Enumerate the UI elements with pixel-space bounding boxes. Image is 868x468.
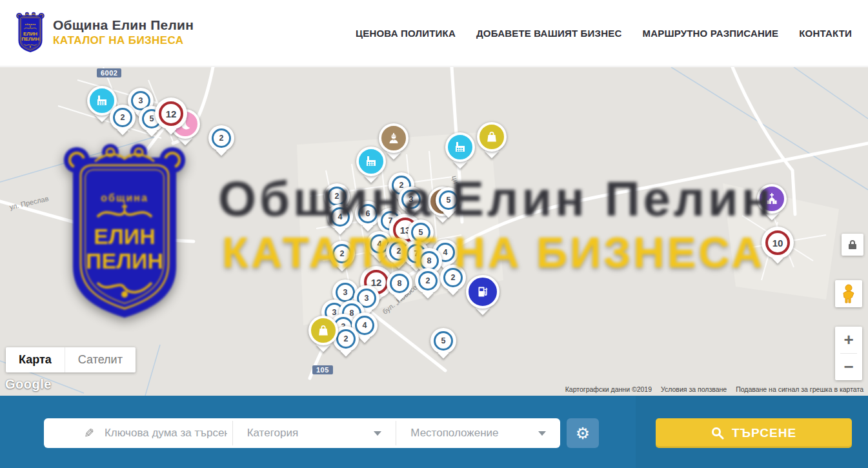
main-nav: ЦЕНОВА ПОЛИТИКА ДОБАВЕТЕ ВАШИЯТ БИЗНЕС М… (356, 0, 852, 66)
pencil-icon: ✎ (84, 426, 94, 441)
search-bar: ✎ Категория Местоположение ⚙ (0, 396, 636, 468)
cluster-count: 4 (330, 207, 350, 227)
brand-text: Община Елин Пелин КАТАЛОГ НА БИЗНЕСА (53, 17, 194, 47)
page: община ЕЛИН ПЕЛИН Община Елин Пелин КАТА… (0, 0, 868, 468)
nav-contacts[interactable]: КОНТАКТИ (799, 28, 852, 39)
search-input[interactable] (105, 427, 227, 440)
cluster-count: 10 (765, 230, 790, 255)
cluster-count: 2 (418, 271, 438, 290)
search-icon (711, 427, 724, 440)
cluster-count: 8 (390, 274, 409, 293)
category-label: Категория (247, 427, 298, 440)
header: община ЕЛИН ПЕЛИН Община Елин Пелин КАТА… (0, 0, 868, 66)
cluster-count: 5 (434, 331, 453, 351)
cluster-count: 6 (358, 204, 378, 223)
factory-icon (94, 93, 110, 108)
zoom-control: + − (835, 327, 862, 380)
nav-route-schedule[interactable]: МАРШРУТНО РАЗПИСАНИЕ (642, 28, 778, 39)
map-pin-factory[interactable] (445, 132, 475, 162)
map-cluster-10[interactable]: 10 (762, 227, 794, 259)
map-cluster-2[interactable]: 2 (415, 268, 441, 294)
attribution-report-error-link[interactable]: Подаване на сигнал за грешка в картата (736, 385, 863, 393)
map-pin-bag[interactable] (308, 316, 338, 345)
map-type-control: Карта Сателит (6, 347, 136, 372)
bag-icon (316, 323, 331, 338)
map-cluster-4[interactable]: 4 (327, 204, 353, 230)
nav-pricing-policy[interactable]: ЦЕНОВА ПОЛИТИКА (356, 28, 456, 39)
gear-icon: ⚙ (576, 424, 590, 443)
map-cluster-3[interactable]: 3 (398, 187, 424, 212)
nav-add-business[interactable]: ДОБАВЕТЕ ВАШИЯТ БИЗНЕС (476, 28, 621, 39)
map-cluster-2[interactable]: 2 (208, 125, 234, 151)
worker-icon (386, 130, 401, 146)
cluster-count: 12 (159, 101, 183, 126)
cluster-count: 2 (212, 128, 231, 148)
chevron-down-icon (374, 431, 381, 436)
google-logo[interactable]: Google (5, 377, 52, 392)
search-button[interactable]: ТЪРСЕНЕ (656, 418, 852, 448)
map-cluster-8[interactable]: 8 (387, 270, 412, 296)
svg-text:община: община (25, 23, 36, 26)
map-cluster-5[interactable]: 5 (430, 328, 456, 354)
map-pin-fuel[interactable] (466, 275, 500, 309)
road-number-label: 6002 (97, 68, 121, 77)
attribution-terms-link[interactable]: Условия за ползване (661, 385, 727, 393)
site-title: Община Елин Пелин (53, 17, 194, 33)
category-dropdown[interactable]: Категория (233, 418, 396, 448)
cluster-count: 2 (443, 268, 463, 287)
cluster-count: 3 (336, 283, 355, 302)
bag-icon (484, 129, 500, 145)
map-canvas[interactable]: 6002105ул. Преславбул. „Новоселци" 32512… (0, 67, 868, 396)
search-button-label: ТЪРСЕНЕ (732, 426, 796, 440)
pegman-icon (842, 284, 856, 303)
lock-icon (848, 239, 857, 250)
zoom-in-button[interactable]: + (835, 327, 862, 353)
map-cluster-12[interactable]: 12 (155, 97, 187, 130)
map-pin-factory[interactable] (356, 147, 386, 176)
search-bar-right: ТЪРСЕНЕ (636, 396, 868, 468)
cluster-count: 2 (113, 108, 132, 127)
map-type-map-button[interactable]: Карта (6, 347, 65, 372)
church-icon (764, 191, 780, 207)
site-logo[interactable]: община ЕЛИН ПЕЛИН Община Елин Пелин КАТА… (14, 10, 194, 54)
map-cluster-5[interactable]: 5 (436, 187, 461, 213)
street-view-pegman-button[interactable] (835, 280, 862, 307)
cluster-count: 2 (336, 329, 356, 349)
map-pin-bag[interactable] (477, 122, 507, 152)
chevron-down-icon (538, 431, 546, 436)
map-pin-church[interactable] (757, 184, 787, 214)
cluster-count: 5 (439, 190, 458, 210)
map-cluster-2[interactable]: 2 (329, 241, 355, 267)
fuel-icon (475, 284, 490, 300)
advanced-settings-button[interactable]: ⚙ (567, 418, 599, 448)
map-type-satellite-button[interactable]: Сателит (65, 347, 136, 372)
cluster-count: 3 (401, 190, 421, 209)
map-cluster-6[interactable]: 6 (355, 201, 381, 227)
municipality-emblem-icon: община ЕЛИН ПЕЛИН (14, 10, 46, 54)
cluster-count: 2 (327, 187, 347, 206)
site-subtitle: КАТАЛОГ НА БИЗНЕСА (53, 34, 194, 47)
keyword-field-wrap: ✎ (44, 418, 232, 448)
zoom-out-button[interactable]: − (835, 354, 862, 380)
map-attribution: Картографски данни ©2019 Условия за полз… (565, 385, 863, 393)
cluster-count: 5 (411, 223, 430, 242)
svg-text:ЕЛИН: ЕЛИН (23, 31, 37, 37)
svg-text:ПЕЛИН: ПЕЛИН (21, 36, 39, 42)
search-group: ✎ Категория Местоположение (44, 418, 560, 448)
map-cluster-2[interactable]: 2 (110, 105, 136, 130)
cluster-count: 4 (355, 316, 374, 335)
map-lock-button[interactable] (842, 234, 863, 256)
location-label: Местоположение (410, 427, 498, 440)
location-dropdown[interactable]: Местоположение (396, 418, 560, 448)
cluster-count: 2 (332, 244, 352, 263)
factory-icon (363, 154, 379, 169)
road-number-label: 105 (312, 365, 333, 374)
factory-icon (452, 139, 468, 155)
attribution-copyright: Картографски данни ©2019 (565, 385, 652, 393)
map-cluster-2[interactable]: 2 (440, 265, 466, 290)
